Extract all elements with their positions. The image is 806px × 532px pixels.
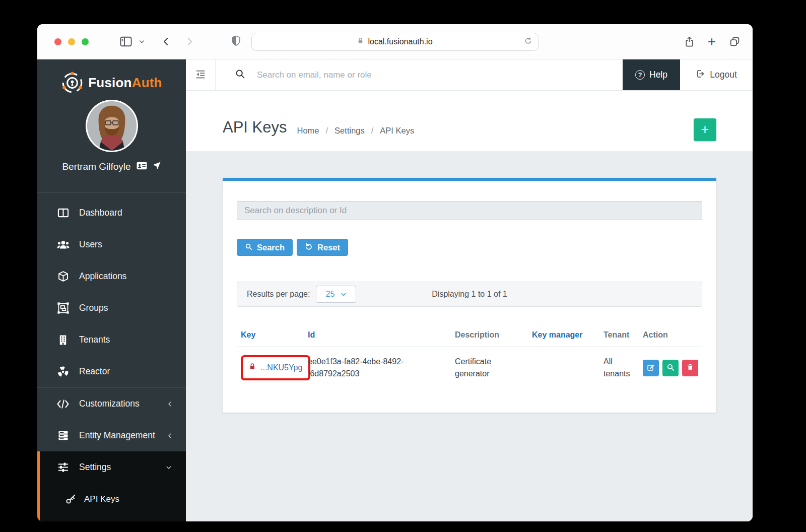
help-icon: ? [635,70,645,80]
column-header-id[interactable]: Id [304,325,451,347]
undo-icon [305,242,313,252]
add-api-key-button[interactable]: + [694,118,716,141]
results-per-page-select[interactable]: 25 [316,286,356,303]
avatar [86,100,138,152]
sidebar-item-dashboard[interactable]: Dashboard [37,197,186,229]
privacy-shield-icon[interactable] [231,35,241,49]
browser-window: local.fusionauth.io + [37,24,753,521]
users-icon [56,239,70,250]
sidebar-item-users[interactable]: Users [37,229,186,260]
api-keys-card: Search Reset Results per page: 25 [223,178,716,413]
logout-button[interactable]: Logout [680,59,753,90]
sidebar-item-groups[interactable]: Groups [37,292,186,324]
delete-button[interactable] [682,360,698,376]
edit-icon [647,363,655,373]
chevron-down-icon [165,464,173,471]
view-button[interactable] [662,360,679,376]
column-header-tenant: Tenant [599,325,639,347]
breadcrumb-settings[interactable]: Settings [334,126,365,136]
tab-overview-icon[interactable] [729,36,740,47]
help-button[interactable]: ? Help [623,59,680,90]
sidebar-item-customizations[interactable]: Customizations [37,388,186,420]
server-icon [56,430,70,441]
sliders-icon [56,461,70,473]
sidebar-toggle-icon[interactable] [120,36,132,47]
chevron-down-icon [341,290,347,299]
outdent-icon [195,69,206,81]
results-per-page-label: Results per page: [247,290,310,299]
api-key-manager [528,347,599,389]
minimize-window-button[interactable] [68,38,75,45]
sidebar-item-tenants[interactable]: Tenants [37,324,186,356]
user-name: Bertram Gilfoyle [62,161,130,172]
new-tab-icon[interactable]: + [708,35,716,49]
logout-icon [696,69,705,81]
page-header: API Keys Home / Settings / API Keys + [186,91,753,151]
url-text: local.fusionauth.io [368,37,432,46]
sidebar-item-api-keys[interactable]: API Keys [40,483,186,515]
breadcrumb-home[interactable]: Home [297,126,319,136]
chevron-left-icon [167,432,173,440]
sidebar-item-applications[interactable]: Applications [37,260,186,292]
chevron-down-icon[interactable] [139,38,145,45]
traffic-lights [54,38,89,45]
column-header-key[interactable]: Key [237,325,304,347]
search-icon [666,363,675,373]
sidebar-settings-group: Settings API Keys [37,451,186,521]
lock-icon [249,362,256,374]
key-icon [64,494,77,504]
breadcrumb-api-keys: API Keys [380,126,414,136]
back-icon[interactable] [161,37,171,46]
plus-icon: + [701,122,709,137]
forward-icon[interactable] [185,37,194,46]
zoom-window-button[interactable] [82,38,89,45]
cube-icon [56,271,70,282]
browser-toolbar: local.fusionauth.io + [37,24,753,59]
api-key-id: ee0e1f3a-fa82-4ebe-8492-f6d8792a2503 [304,347,451,389]
paper-plane-icon[interactable] [153,161,161,172]
sidebar-item-entity-management[interactable]: Entity Management [37,420,186,451]
sidebar-item-settings[interactable]: Settings [40,451,186,483]
fusionauth-logo: FusionAuth [37,59,186,106]
url-bar[interactable]: local.fusionauth.io [251,33,539,51]
api-key-description: Certificate generator [451,347,528,389]
code-icon [56,399,70,409]
content-area: Search Reset Results per page: 25 [186,151,753,521]
column-header-key-manager[interactable]: Key manager [528,325,599,347]
global-search [216,59,623,90]
search-icon [245,243,252,252]
object-group-icon [56,302,70,314]
reload-icon[interactable] [524,37,532,47]
id-card-icon[interactable] [137,161,147,172]
api-key-tenant: All tenants [599,347,639,389]
sidebar-nav: Dashboard Users Applications Groups Tena… [37,193,186,387]
table-row: ...NKU5Ypg ee0e1f3a-fa82-4ebe-8492-f6d87… [237,347,702,389]
column-header-description: Description [451,325,528,347]
collapse-menu-button[interactable] [186,59,216,90]
app-topbar: ? Help Logout [186,59,753,91]
breadcrumb: Home / Settings / API Keys [297,120,415,136]
radiation-icon [56,366,70,378]
global-search-input[interactable] [257,70,528,80]
column-header-action: Action [639,325,702,347]
api-key-link[interactable]: ...NKU5Ypg [260,362,302,374]
columns-icon [56,207,70,219]
chevron-left-icon [167,400,173,408]
trash-icon [687,363,694,372]
results-bar: Results per page: 25 Displaying 1 to 1 o… [237,282,702,307]
annotation-highlight-box: ...NKU5Ypg [241,355,310,380]
sidebar: FusionAuth [37,59,186,521]
description-search-input[interactable] [237,201,702,220]
plus-icon: + [708,35,716,49]
lock-icon [357,37,364,46]
close-window-button[interactable] [54,38,61,45]
fusionauth-logo-icon [61,72,84,94]
sidebar-item-reactor[interactable]: Reactor [37,356,186,387]
edit-button[interactable] [643,360,659,376]
page-title: API Keys [223,118,287,137]
building-icon [56,335,70,346]
reset-button[interactable]: Reset [297,239,348,256]
api-keys-table: Key Id Description Key manager Tenant Ac… [237,325,702,388]
search-button[interactable]: Search [237,239,293,256]
share-icon[interactable] [685,36,694,47]
